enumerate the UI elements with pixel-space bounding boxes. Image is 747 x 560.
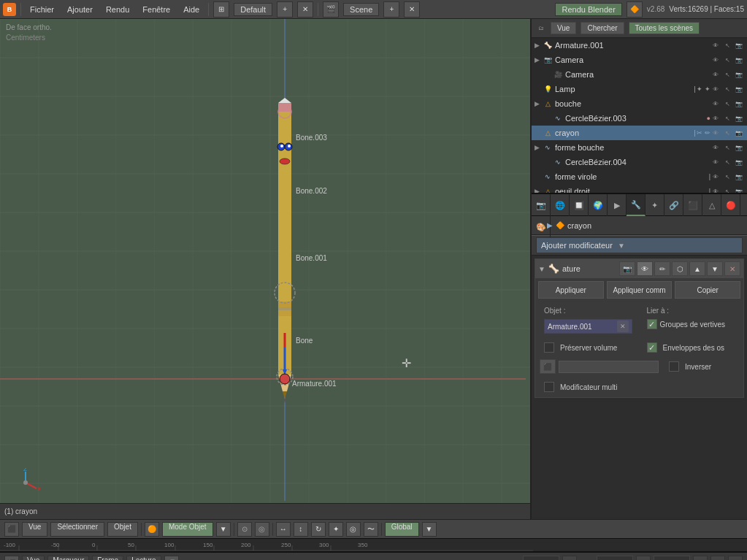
engine-icon[interactable]: 🔶: [627, 1, 643, 18]
add-modifier-btn[interactable]: Ajouter modificateur ▼: [536, 237, 743, 253]
menu-fenetre[interactable]: Fenêtre: [138, 4, 175, 15]
edit-mod-btn[interactable]: ✏: [654, 261, 670, 276]
tab-modifier[interactable]: 🔧: [627, 194, 646, 216]
sculpt-icon[interactable]: 〜: [364, 522, 378, 537]
tl-audio-icon[interactable]: 🔊: [164, 556, 179, 560]
groupes-checkbox[interactable]: ✓: [647, 319, 657, 329]
render-icon[interactable]: 📷: [734, 84, 744, 94]
copy-btn[interactable]: Copier: [675, 281, 740, 299]
tab-particles[interactable]: ✦: [646, 194, 664, 216]
transform-icon2[interactable]: ↕: [294, 522, 308, 537]
outliner-chercher-btn[interactable]: Chercher: [581, 22, 624, 34]
outliner-item-crayon[interactable]: ▶ △ crayon | ✂ ✏ 👁 ↖ 📷: [532, 126, 747, 140]
outliner-item-camera-parent[interactable]: ▶ 📷 Camera 👁 ↖ 📷: [532, 53, 747, 67]
cursor-icon[interactable]: ↖: [722, 99, 732, 109]
cursor-icon[interactable]: ↖: [722, 69, 732, 80]
outliner-item-oeuil-droit[interactable]: ▶ △ oeuil droit | 👁 ↖ 📷: [532, 184, 747, 194]
outliner-item-camera[interactable]: ▶ 🎥 Camera 👁 ↖ 📷: [532, 67, 747, 82]
render-icon[interactable]: 📷: [734, 186, 744, 194]
cursor-icon[interactable]: ↖: [722, 172, 732, 182]
eye-icon[interactable]: 👁: [710, 99, 721, 109]
debut-field[interactable]: 1: [523, 556, 559, 560]
tl-vue-btn[interactable]: Vue: [22, 556, 45, 560]
cursor-icon[interactable]: ↖: [722, 157, 732, 167]
tab-world[interactable]: 🌍: [589, 194, 608, 216]
go-start-btn[interactable]: |◀: [562, 556, 577, 560]
cursor-icon[interactable]: ↖: [722, 113, 732, 123]
tab-physics[interactable]: 🔗: [664, 194, 683, 216]
view-dot-icon[interactable]: ⊙: [237, 522, 252, 537]
global-selector[interactable]: Global: [385, 522, 419, 537]
outliner-item-armature001[interactable]: ▶ 🦴 Armature.001 👁 ↖ 📷: [532, 38, 747, 53]
cursor-icon[interactable]: ↖: [722, 40, 732, 50]
viewport[interactable]: De face ortho. Centimeters: [0, 19, 532, 519]
tab-object[interactable]: ▶: [608, 194, 627, 216]
outliner-vue-btn[interactable]: Vue: [551, 22, 576, 34]
inverser-checkbox[interactable]: [669, 361, 679, 372]
preserver-checkbox[interactable]: [544, 342, 554, 353]
tab-camera[interactable]: 📷: [532, 194, 551, 216]
cursor-icon[interactable]: ↖: [722, 142, 732, 153]
editor-type-icon[interactable]: ⬛: [4, 522, 19, 537]
object-icon[interactable]: 🟠: [145, 522, 159, 537]
apply-comm-btn[interactable]: Appliquer comm: [607, 281, 673, 299]
object-menu[interactable]: Objet: [107, 522, 138, 537]
layout-icon[interactable]: ⊞: [213, 1, 229, 18]
workspace-selector[interactable]: Default: [234, 3, 272, 16]
delete-mod-btn[interactable]: ✕: [724, 261, 740, 276]
tl-marqueur-btn[interactable]: Marqueur: [47, 556, 89, 560]
menu-rendu[interactable]: Rendu: [101, 4, 134, 15]
tab-scene[interactable]: 🔲: [570, 194, 589, 216]
outliner-item-cerclebezier004[interactable]: ▶ ∿ CercleBézier.004 👁 ↖ 📷: [532, 155, 747, 169]
cursor-icon[interactable]: ↖: [722, 186, 732, 194]
scene-add[interactable]: +: [383, 1, 399, 18]
render-icon[interactable]: 📷: [734, 157, 744, 167]
eye-icon[interactable]: 👁: [710, 157, 721, 167]
eye-icon[interactable]: 👁: [710, 113, 721, 123]
menu-fichier[interactable]: Fichier: [26, 4, 58, 15]
viewport-mod-btn[interactable]: 👁: [637, 261, 653, 276]
select-menu[interactable]: Sélectionner: [50, 522, 104, 537]
apply-btn[interactable]: Appliquer: [538, 281, 604, 299]
outliner-scenes-btn[interactable]: Toutes les scènes: [629, 22, 700, 34]
eye-icon[interactable]: 👁: [710, 128, 721, 138]
local-icon[interactable]: ◎: [255, 522, 269, 537]
render-icon[interactable]: 📷: [734, 69, 744, 80]
tab-data[interactable]: △: [702, 194, 721, 216]
eye-icon[interactable]: 👁: [710, 40, 721, 50]
current-frame-field[interactable]: 1: [654, 556, 690, 560]
tl-frame-btn[interactable]: Frame: [92, 556, 123, 560]
eye-icon[interactable]: 👁: [710, 69, 721, 80]
outliner-item-forme-virole[interactable]: ▶ ∿ forme virole | 👁 ↖ 📷: [532, 169, 747, 184]
scene-selector[interactable]: Scene: [343, 3, 379, 16]
render-mod-btn[interactable]: 📷: [619, 261, 635, 276]
transform-icon3[interactable]: ↻: [311, 522, 326, 537]
outliner-item-bouche[interactable]: ▶ △ bouche 👁 ↖ 📷: [532, 96, 747, 111]
multi-checkbox[interactable]: [544, 382, 554, 392]
up-mod-btn[interactable]: ▲: [689, 261, 705, 276]
transform-icon1[interactable]: ↔: [276, 522, 291, 537]
scene-icon[interactable]: 🎬: [323, 1, 339, 18]
render-icon[interactable]: 📷: [734, 99, 744, 109]
prev-frame-btn[interactable]: ◀: [636, 556, 651, 560]
cursor-icon[interactable]: ↖: [722, 55, 732, 65]
eye-icon[interactable]: 👁: [710, 186, 721, 194]
down-mod-btn[interactable]: ▼: [707, 261, 723, 276]
enveloppes-checkbox[interactable]: ✓: [647, 342, 657, 353]
eye-icon[interactable]: 👁: [710, 55, 721, 65]
render-icon[interactable]: 📷: [734, 113, 744, 123]
fin-field[interactable]: 250: [597, 556, 633, 560]
render-icon[interactable]: 📷: [734, 55, 744, 65]
next-frame-btn[interactable]: ▶: [693, 556, 708, 560]
render-icon[interactable]: 📷: [734, 142, 744, 153]
menu-ajouter[interactable]: Ajouter: [63, 4, 97, 15]
tl-lecture-btn[interactable]: Lecture: [126, 556, 161, 560]
snap-icon[interactable]: ✦: [329, 522, 343, 537]
workspace-add[interactable]: +: [277, 1, 293, 18]
view-menu[interactable]: Vue: [22, 522, 47, 537]
render-engine[interactable]: Rendu Blender: [555, 3, 621, 16]
mod-collapse-arrow[interactable]: ▼: [538, 265, 545, 273]
objet-value-field[interactable]: Armature.001 ✕: [544, 319, 632, 334]
objet-clear-btn[interactable]: ✕: [617, 321, 629, 332]
tab-constraints[interactable]: ⬛: [683, 194, 702, 216]
